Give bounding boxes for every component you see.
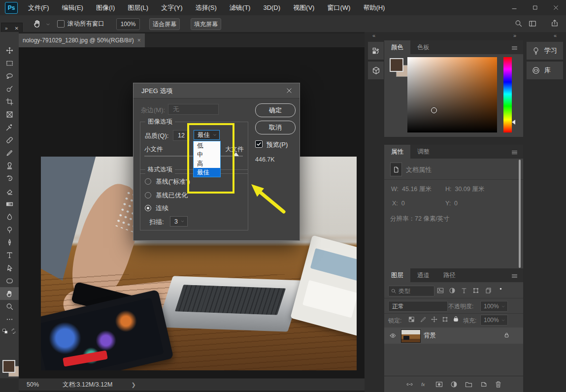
path-selection-tool[interactable] [0, 261, 19, 274]
filter-adjustment-layers-icon[interactable] [448, 287, 456, 294]
pen-tool[interactable] [0, 236, 19, 249]
tab-color[interactable]: 颜色 [384, 40, 410, 54]
layer-filter-select[interactable]: 类型 [388, 286, 434, 296]
tab-swatches[interactable]: 色板 [410, 40, 436, 54]
filter-smart-objects-icon[interactable] [484, 287, 492, 294]
dodge-tool[interactable] [0, 223, 19, 236]
filter-toggle-icon[interactable] [498, 286, 504, 292]
menu-select[interactable]: 选择(S) [189, 0, 223, 15]
menu-edit[interactable]: 编辑(E) [56, 0, 90, 15]
libraries-panel-button[interactable]: 库 [526, 61, 564, 80]
document-tab[interactable]: nology-791029_1280.jpg @ 50%(RGB/8#) × [19, 33, 145, 47]
filter-pixel-layers-icon[interactable] [436, 287, 444, 294]
hand-tool[interactable] [0, 287, 19, 300]
zoom-tool[interactable] [0, 300, 19, 313]
new-layer-icon[interactable] [479, 380, 488, 389]
maximize-button[interactable] [525, 1, 545, 15]
healing-brush-tool[interactable] [0, 133, 19, 146]
fill-field[interactable]: 100% [480, 315, 508, 326]
hue-slider-marker[interactable] [512, 120, 515, 125]
tab-properties[interactable]: 属性 [384, 145, 410, 159]
color-field-marker[interactable] [431, 107, 437, 113]
menu-3d[interactable]: 3D(D) [257, 0, 287, 15]
menu-help[interactable]: 帮助(H) [357, 0, 391, 15]
crop-tool[interactable] [0, 95, 19, 108]
layer-name[interactable]: 背景 [424, 331, 436, 340]
progressive-radio[interactable] [145, 205, 151, 211]
clone-stamp-tool[interactable] [0, 159, 19, 172]
history-panel-button[interactable] [367, 41, 384, 60]
hue-slider[interactable] [503, 57, 512, 132]
minimize-button[interactable] [504, 1, 525, 15]
fill-screen-button[interactable]: 填充屏幕 [191, 18, 221, 30]
search-icon[interactable] [514, 19, 523, 28]
status-expand-chevron-icon[interactable]: ❯ [131, 382, 135, 388]
menu-file[interactable]: 文件(F) [22, 0, 56, 15]
shape-tool[interactable] [0, 274, 19, 287]
document-tab-close-icon[interactable]: × [137, 37, 141, 44]
opacity-field[interactable]: 100% [480, 301, 508, 312]
3d-panel-button[interactable] [367, 61, 384, 80]
dialog-title-bar[interactable]: JPEG 选项 [133, 83, 300, 98]
tab-channels[interactable]: 通道 [410, 268, 436, 282]
dialog-close-icon[interactable] [286, 87, 293, 94]
move-tool[interactable] [0, 44, 19, 57]
zoom-100-button[interactable]: 100% [116, 18, 140, 30]
tab-paths[interactable]: 路径 [436, 268, 463, 282]
ok-button[interactable]: 确定 [255, 103, 296, 117]
menu-type[interactable]: 文字(Y) [155, 0, 189, 15]
preview-checkbox[interactable] [255, 140, 263, 148]
status-zoom-level[interactable]: 50% [27, 381, 39, 388]
filter-type-layers-icon[interactable] [460, 287, 468, 294]
baseline-standard-radio[interactable] [145, 178, 151, 185]
rail-collapse-chevrons[interactable]: « [554, 33, 557, 38]
quick-selection-tool[interactable] [0, 82, 19, 95]
layer-thumbnail[interactable] [401, 329, 421, 343]
color-panel-menu-icon[interactable] [511, 44, 518, 52]
lock-position-icon[interactable] [431, 316, 438, 323]
lock-artboard-icon[interactable] [441, 316, 449, 323]
tab-layers[interactable]: 图层 [384, 268, 410, 282]
tool-preset-chevron-icon[interactable] [45, 22, 51, 27]
fit-screen-button[interactable]: 适合屏幕 [149, 18, 180, 30]
learn-panel-button[interactable]: 学习 [526, 41, 564, 60]
layer-style-fx-icon[interactable]: fx [420, 380, 429, 389]
blend-mode-select[interactable]: 正常 [388, 301, 448, 312]
adjustment-layer-icon[interactable] [450, 380, 458, 389]
cancel-button[interactable]: 取消 [255, 121, 296, 134]
eyedropper-tool[interactable] [0, 121, 19, 133]
menu-view[interactable]: 视图(V) [287, 0, 321, 15]
tab-adjustments[interactable]: 调整 [410, 145, 436, 159]
scans-dropdown[interactable]: 3 [170, 216, 188, 227]
collapse-strip-chevrons[interactable]: « [372, 33, 375, 38]
menu-window[interactable]: 窗口(W) [321, 0, 357, 15]
rectangular-marquee-tool[interactable] [0, 57, 19, 69]
add-layer-mask-icon[interactable] [435, 380, 443, 389]
blur-tool[interactable] [0, 210, 19, 223]
lock-all-icon[interactable] [452, 315, 460, 323]
history-brush-tool[interactable] [0, 172, 19, 185]
workspace-switcher-icon[interactable] [528, 19, 537, 28]
menu-image[interactable]: 图像(I) [90, 0, 121, 15]
lock-transparency-icon[interactable] [408, 316, 415, 323]
layers-panel-menu-icon[interactable] [511, 272, 518, 280]
menu-layer[interactable]: 图层(L) [121, 0, 155, 15]
lasso-tool[interactable] [0, 69, 19, 82]
expand-panel-chevrons[interactable]: » [5, 26, 8, 31]
filter-shape-layers-icon[interactable] [472, 287, 480, 294]
lock-pixels-icon[interactable] [420, 316, 427, 323]
panel-foreground-swatch[interactable] [390, 58, 403, 72]
edit-toolbar-button[interactable] [0, 313, 19, 326]
baseline-optimized-radio[interactable] [145, 192, 151, 198]
type-tool[interactable] [0, 249, 19, 261]
menu-filter[interactable]: 滤镜(T) [223, 0, 257, 15]
color-saturation-field[interactable] [407, 57, 497, 132]
slice-tool[interactable] [0, 108, 19, 121]
default-swap-colors[interactable] [0, 326, 19, 336]
link-layers-icon[interactable] [405, 380, 414, 389]
brush-tool[interactable] [0, 146, 19, 159]
foreground-color-swatch[interactable] [2, 360, 15, 373]
scroll-all-windows-checkbox[interactable] [57, 20, 65, 28]
layer-row-background[interactable]: 背景 [384, 327, 523, 344]
close-mini-panel-icon[interactable]: ✕ [15, 26, 19, 31]
